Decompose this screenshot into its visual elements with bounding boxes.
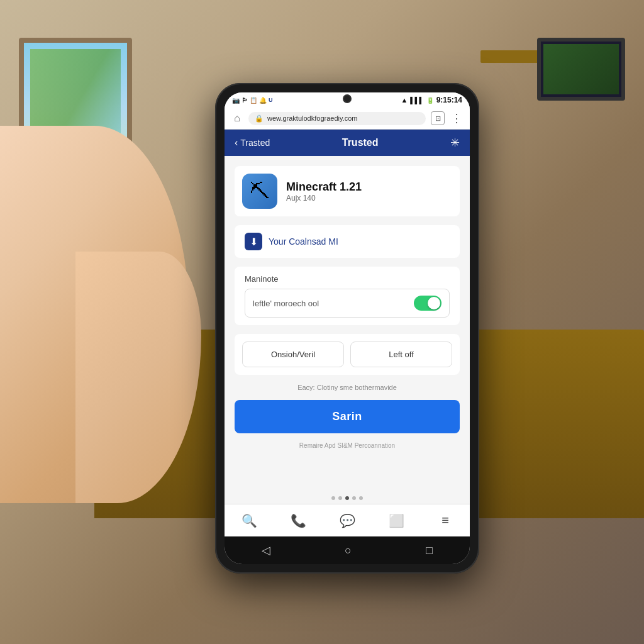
status-icon-1: 📷	[232, 97, 240, 104]
download-section[interactable]: ⬇ Your Coalnsad MI	[235, 225, 460, 258]
download-arrow-icon: ⬇	[250, 236, 258, 248]
phone-nav-button[interactable]: 📞	[286, 509, 311, 532]
mainote-row: leftle' moroech ool	[245, 289, 450, 318]
signal-icon: ▌▌▌	[410, 97, 423, 104]
page-dots-indicator	[225, 492, 470, 504]
dot-4	[352, 496, 356, 500]
android-home-button[interactable]: ○	[345, 544, 352, 557]
app-info: Minecraft 1.21 Aujx 140	[286, 180, 452, 203]
lock-icon: 🔒	[255, 114, 264, 123]
mainote-label: Maninote	[245, 274, 450, 284]
hand	[0, 126, 189, 503]
app-header: ⛏ Minecraft 1.21 Aujx 140	[235, 166, 460, 216]
chat-nav-button[interactable]: 💬	[335, 509, 360, 532]
save-button[interactable]: Sarin	[235, 400, 460, 433]
phone-screen: 📷 🏳 📋 🔔 U ▲ ▌▌▌ 🔋 9:15:14 ⌂ 🔒	[225, 92, 470, 564]
bottom-nav-bar: 🔍 📞 💬 ⬜ ≡	[225, 504, 470, 536]
app-subtitle: Aujx 140	[286, 194, 452, 203]
footer-text: Remaire Apd SI&M Percoannation	[235, 442, 460, 449]
url-field[interactable]: 🔒 wew.graktulodkfograediy.com	[248, 112, 426, 125]
status-icon-5: U	[269, 97, 273, 103]
back-chevron-icon: ‹	[235, 137, 238, 148]
android-recent-button[interactable]: □	[426, 544, 433, 557]
mainote-text: leftle' moroech ool	[253, 299, 408, 308]
content-area: ⛏ Minecraft 1.21 Aujx 140 ⬇ Your Coalnsa…	[225, 156, 470, 492]
dot-2	[338, 496, 342, 500]
download-label: Your Coalnsad MI	[269, 236, 338, 247]
nav-back-button[interactable]: ‹ Trasted	[235, 137, 270, 148]
status-icon-4: 🔔	[259, 97, 267, 104]
bg-monitor	[537, 38, 625, 101]
app-nav-button[interactable]: ⬜	[384, 509, 409, 532]
dot-5	[359, 496, 363, 500]
status-left-icons: 📷 🏳 📋 🔔 U	[232, 97, 273, 104]
helper-text: Eacy: Clotiny sme bothermavide	[235, 384, 460, 391]
status-icon-2: 🏳	[242, 97, 248, 104]
menu-nav-button[interactable]: ≡	[433, 509, 458, 532]
status-icon-3: 📋	[250, 97, 257, 104]
android-back-button[interactable]: ◁	[262, 543, 270, 557]
status-right: ▲ ▌▌▌ 🔋 9:15:14	[401, 96, 462, 104]
more-options-button[interactable]: ⋮	[450, 111, 464, 125]
nav-back-label: Trasted	[240, 138, 270, 148]
search-nav-button[interactable]: 🔍	[236, 509, 262, 532]
action-buttons: Onsioh/Veril Left off	[235, 334, 460, 375]
dot-3-active	[345, 496, 349, 500]
phone-device: 📷 🏳 📋 🔔 U ▲ ▌▌▌ 🔋 9:15:14 ⌂ 🔒	[215, 83, 479, 574]
app-name: Minecraft 1.21	[286, 180, 452, 194]
nav-title: Trusted	[342, 137, 379, 148]
url-text: wew.graktulodkfograediy.com	[267, 114, 357, 122]
toggle-switch[interactable]	[414, 296, 441, 311]
app-icon-emoji: ⛏	[250, 180, 270, 203]
download-icon: ⬇	[245, 233, 262, 250]
wifi-icon: ▲	[401, 96, 408, 104]
android-nav-bar: ◁ ○ □	[225, 536, 470, 564]
dot-1	[331, 496, 335, 500]
phone-camera	[343, 94, 352, 103]
battery-icon: 🔋	[426, 97, 434, 104]
mainote-section: Maninote leftle' moroech ool	[235, 267, 460, 325]
home-icon[interactable]: ⌂	[231, 112, 243, 125]
left-off-button[interactable]: Left off	[350, 341, 452, 367]
time-display: 9:15:14	[436, 96, 462, 104]
phone-wrapper: 📷 🏳 📋 🔔 U ▲ ▌▌▌ 🔋 9:15:14 ⌂ 🔒	[215, 83, 479, 574]
url-bar: ⌂ 🔒 wew.graktulodkfograediy.com ⊡ ⋮	[225, 108, 470, 130]
url-actions: ⊡ ⋮	[431, 111, 464, 125]
onsioh-veril-button[interactable]: Onsioh/Veril	[242, 341, 344, 367]
tab-count-button[interactable]: ⊡	[431, 111, 445, 125]
nav-star-button[interactable]: ✳	[450, 136, 460, 150]
nav-bar: ‹ Trasted Trusted ✳	[225, 130, 470, 156]
app-icon: ⛏	[242, 174, 277, 209]
